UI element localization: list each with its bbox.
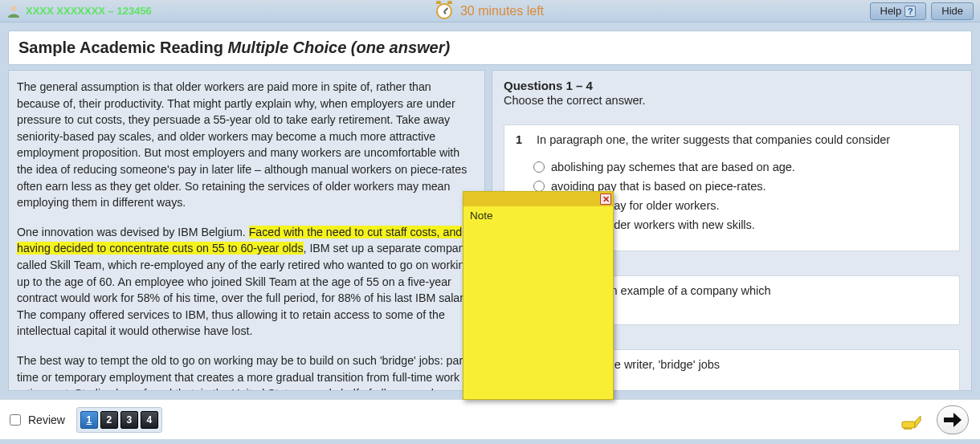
help-button[interactable]: Help ?	[870, 2, 927, 20]
help-icon: ?	[904, 6, 916, 17]
questions-heading: Questions 1 – 4	[504, 79, 960, 92]
highlighter-icon[interactable]	[900, 409, 922, 431]
nav-question-2[interactable]: 2	[100, 411, 118, 429]
svg-point-0	[11, 6, 16, 10]
hide-button[interactable]: Hide	[931, 2, 974, 20]
passage-paragraph: One innovation was devised by IBM Belgiu…	[17, 224, 475, 340]
timer: 30 minutes left	[436, 3, 544, 19]
reading-passage[interactable]: The general assumption is that older wor…	[8, 70, 485, 391]
hide-button-label: Hide	[941, 5, 963, 17]
top-bar: XXXX XXXXXXX – 123456 30 minutes left He…	[0, 0, 980, 22]
svg-marker-2	[915, 416, 921, 428]
review-label: Review	[28, 413, 65, 426]
question-stem-text: In paragraph one, the writer suggests th…	[537, 133, 890, 146]
svg-rect-3	[904, 428, 912, 430]
passage-paragraph: The best way to tempt the old to go on w…	[17, 352, 475, 391]
sticky-note-body[interactable]: Note	[463, 206, 613, 225]
passage-paragraph: The general assumption is that older wor…	[17, 79, 475, 211]
user-icon	[6, 4, 21, 18]
nav-question-4[interactable]: 4	[141, 411, 158, 429]
sticky-note[interactable]: ✕ Note	[463, 191, 614, 400]
next-button[interactable]	[937, 405, 969, 434]
arrow-right-icon	[942, 411, 963, 429]
review-checkbox-wrap[interactable]: Review	[6, 412, 65, 428]
answer-option[interactable]: abolishing pay schemes that are based on…	[516, 157, 948, 177]
clock-icon	[436, 3, 452, 19]
nav-question-3[interactable]: 3	[120, 411, 138, 429]
question-nav: 1 2 3 4	[76, 407, 162, 433]
footer-nav: Review 1 2 3 4	[0, 399, 980, 439]
review-checkbox[interactable]	[10, 414, 21, 426]
option-label: abolishing pay schemes that are based on…	[551, 161, 795, 173]
question-number: 1	[516, 133, 522, 146]
nav-question-1[interactable]: 1	[80, 411, 98, 429]
radio-input[interactable]	[533, 161, 545, 173]
questions-instruction: Choose the correct answer.	[504, 94, 960, 107]
user-name: XXXX XXXXXXX – 123456	[26, 5, 152, 17]
svg-rect-1	[902, 422, 915, 428]
close-icon[interactable]: ✕	[600, 193, 611, 205]
page-title: Sample Academic Reading Multiple Choice …	[8, 31, 972, 65]
help-button-label: Help	[880, 5, 902, 17]
timer-text: 30 minutes left	[460, 4, 544, 18]
sticky-note-header[interactable]: ✕	[463, 192, 613, 206]
radio-input[interactable]	[533, 181, 545, 192]
